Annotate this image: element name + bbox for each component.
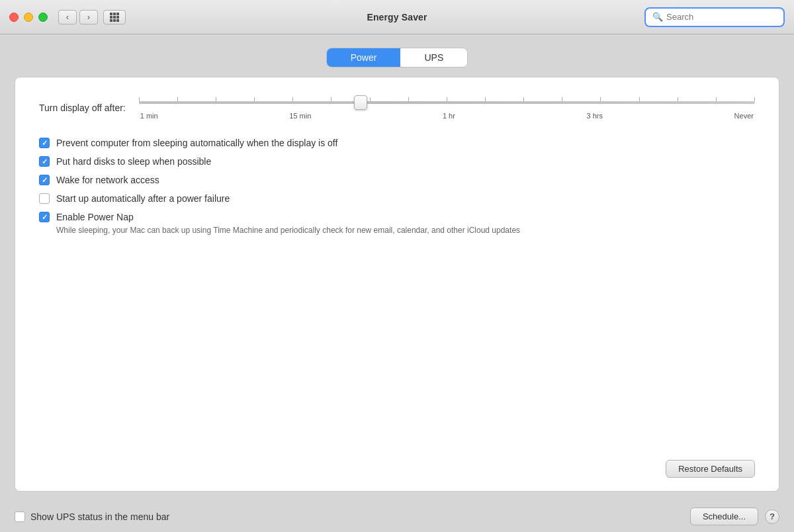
search-box[interactable]: 🔍 [644,7,785,27]
slider-track-filled [139,101,361,104]
grid-view-button[interactable] [103,10,126,24]
checkbox-row-prevent-sleep: ✓ Prevent computer from sleeping automat… [39,137,755,149]
checkbox-content-hard-disks: Put hard disks to sleep when possible [56,155,755,167]
ups-status-label: Show UPS status in the menu bar [30,511,169,522]
slider-label-1min: 1 min [140,112,158,120]
maximize-button[interactable] [38,13,48,22]
checkbox-content-power-nap: Enable Power Nap While sleeping, your Ma… [56,211,755,236]
restore-row: Restore Defaults [39,447,755,478]
checkbox-power-failure[interactable] [39,193,50,204]
checkbox-label-wake-network: Wake for network access [56,175,159,185]
checkbox-wake-network[interactable]: ✓ [39,175,50,185]
titlebar: ‹ › Energy Saver 🔍 [0,0,794,34]
close-button[interactable] [9,13,19,22]
checkbox-row-power-failure: Start up automatically after a power fai… [39,193,755,204]
checkbox-content-prevent-sleep: Prevent computer from sleeping automatic… [56,137,755,149]
checkmark-icon: ✓ [42,214,48,221]
grid-icon [110,13,119,22]
forward-button[interactable]: › [79,10,98,24]
checkbox-hard-disks[interactable]: ✓ [39,156,50,167]
slider-section: Turn display off after: [39,96,755,120]
checkbox-row-hard-disks: ✓ Put hard disks to sleep when possible [39,155,755,167]
bottom-actions: Schedule... ? [690,508,779,525]
ups-status-row: Show UPS status in the menu bar [15,511,169,522]
checkbox-content-power-failure: Start up automatically after a power fai… [56,193,755,204]
help-button[interactable]: ? [765,510,779,524]
tabs: Power UPS [326,48,468,67]
slider-label-never: Never [734,112,754,120]
minimize-button[interactable] [24,13,33,22]
checkmark-icon: ✓ [42,158,48,165]
slider-track-container[interactable] [139,96,755,109]
main-panel: Turn display off after: [15,77,779,492]
checkboxes-section: ✓ Prevent computer from sleeping automat… [39,137,755,236]
tab-power[interactable]: Power [327,48,401,67]
bottom-bar: Show UPS status in the menu bar Schedule… [0,501,794,532]
tabs-container: Power UPS [15,48,779,67]
tab-ups[interactable]: UPS [400,48,467,67]
checkbox-label-hard-disks: Put hard disks to sleep when possible [56,156,211,167]
back-button[interactable]: ‹ [58,10,77,24]
slider-label-1hr: 1 hr [443,112,455,120]
traffic-lights [9,13,48,22]
checkbox-content-wake-network: Wake for network access [56,174,755,186]
main-content: Power UPS Turn display off after: [0,34,794,501]
slider-labels: 1 min 15 min 1 hr 3 hrs Never [139,112,755,120]
checkbox-sublabel-power-nap: While sleeping, your Mac can back up usi… [56,225,755,236]
checkmark-icon: ✓ [42,177,48,184]
checkbox-power-nap[interactable]: ✓ [39,212,50,222]
search-icon: 🔍 [652,12,663,22]
slider-label-15min: 15 min [289,112,311,120]
checkbox-ups-status[interactable] [15,511,25,522]
schedule-button[interactable]: Schedule... [690,508,758,525]
checkbox-label-prevent-sleep: Prevent computer from sleeping automatic… [56,138,337,148]
slider-label-3hrs: 3 hrs [587,112,603,120]
checkbox-label-power-nap: Enable Power Nap [56,212,134,222]
checkbox-row-wake-network: ✓ Wake for network access [39,174,755,186]
nav-buttons: ‹ › [58,10,126,24]
window-title: Energy Saver [367,12,427,22]
slider-thumb[interactable] [354,95,367,110]
restore-defaults-button[interactable]: Restore Defaults [666,460,755,478]
checkmark-icon: ✓ [42,140,48,147]
checkbox-label-power-failure: Start up automatically after a power fai… [56,193,230,204]
slider-track [139,101,755,104]
slider-ticks [139,97,755,101]
slider-wrapper: 1 min 15 min 1 hr 3 hrs Never [139,96,755,120]
search-input[interactable] [666,12,777,22]
checkbox-row-power-nap: ✓ Enable Power Nap While sleeping, your … [39,211,755,236]
slider-label: Turn display off after: [39,103,126,113]
checkbox-prevent-sleep[interactable]: ✓ [39,138,50,148]
